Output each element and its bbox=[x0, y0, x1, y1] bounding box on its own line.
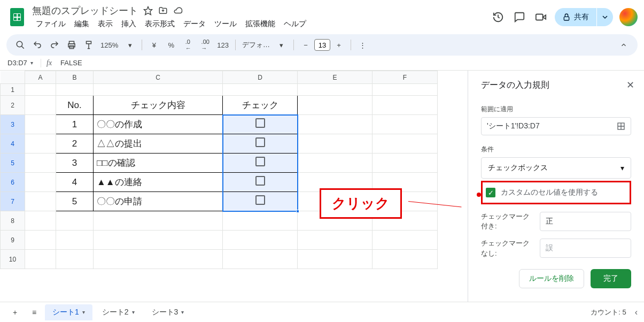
row-header-6[interactable]: 6 bbox=[1, 173, 25, 192]
table-row[interactable]: 3 bbox=[56, 154, 94, 173]
more-toolbar-icon[interactable]: ⋮ bbox=[355, 37, 370, 52]
collapse-toolbar-icon[interactable] bbox=[616, 37, 631, 52]
tab-dropdown-icon[interactable]: ▾ bbox=[132, 309, 135, 315]
row-header-4[interactable]: 4 bbox=[1, 134, 25, 154]
add-sheet-button[interactable]: + bbox=[6, 304, 24, 321]
grid-select-icon[interactable] bbox=[617, 122, 625, 131]
done-button[interactable]: 完了 bbox=[591, 269, 631, 288]
star-icon[interactable] bbox=[143, 6, 153, 16]
col-header-c[interactable]: C bbox=[94, 71, 223, 84]
range-input-wrap[interactable] bbox=[481, 117, 631, 135]
checked-value-input[interactable]: 正 bbox=[540, 212, 631, 231]
checkbox-icon[interactable] bbox=[255, 176, 265, 186]
share-dropdown[interactable] bbox=[597, 8, 613, 26]
menu-format[interactable]: 表示形式 bbox=[141, 18, 179, 30]
increase-decimal-button[interactable]: .00→ bbox=[198, 37, 213, 52]
menu-edit[interactable]: 編集 bbox=[71, 18, 93, 30]
checkbox-icon[interactable] bbox=[255, 137, 265, 147]
tab-dropdown-icon[interactable]: ▾ bbox=[82, 309, 85, 315]
menu-help[interactable]: ヘルプ bbox=[280, 18, 310, 30]
menu-insert[interactable]: 挿入 bbox=[118, 18, 140, 30]
menu-tools[interactable]: ツール bbox=[211, 18, 240, 30]
checked-checkbox-icon[interactable]: ✓ bbox=[486, 188, 495, 197]
row-header-10[interactable]: 10 bbox=[1, 250, 25, 269]
redo-icon[interactable] bbox=[47, 37, 62, 52]
checkbox-icon[interactable] bbox=[255, 118, 265, 128]
app-logo[interactable] bbox=[6, 6, 28, 28]
row-header-9[interactable]: 9 bbox=[1, 231, 25, 250]
format-123-button[interactable]: 123 bbox=[215, 37, 231, 52]
row-header-3[interactable]: 3 bbox=[1, 115, 25, 134]
col-header-a[interactable]: A bbox=[25, 71, 56, 84]
avatar[interactable] bbox=[619, 8, 638, 26]
menu-view[interactable]: 表示 bbox=[94, 18, 117, 30]
checkbox-icon[interactable] bbox=[255, 157, 265, 166]
close-icon[interactable]: ✕ bbox=[626, 79, 634, 91]
font-size-plus[interactable]: + bbox=[331, 37, 346, 52]
row-header-2[interactable]: 2 bbox=[1, 96, 25, 115]
col-header-f[interactable]: F bbox=[373, 71, 438, 84]
menu-file[interactable]: ファイル bbox=[32, 18, 69, 30]
paint-format-icon[interactable] bbox=[81, 37, 96, 52]
explore-chevron-icon[interactable]: ‹ bbox=[635, 308, 638, 317]
delete-rule-button[interactable]: ルールを削除 bbox=[519, 269, 584, 288]
table-row[interactable]: 5 bbox=[56, 192, 94, 211]
decrease-decimal-button[interactable]: .0← bbox=[181, 37, 196, 52]
custom-cell-value-checkbox-row[interactable]: ✓ カスタムのセル値を使用する bbox=[481, 181, 631, 204]
table-row[interactable]: ▲▲の連絡 bbox=[94, 173, 223, 192]
selection-handle[interactable] bbox=[296, 210, 299, 213]
table-row[interactable]: 4 bbox=[56, 173, 94, 192]
col-header-e[interactable]: E bbox=[298, 71, 373, 84]
table-row[interactable]: □□の確認 bbox=[94, 154, 223, 173]
sheet-tab-2[interactable]: シート2 ▾ bbox=[95, 304, 142, 320]
zoom-dropdown-icon[interactable]: ▾ bbox=[122, 37, 137, 52]
condition-select[interactable]: チェックボックス ▾ bbox=[481, 157, 631, 179]
menu-data[interactable]: データ bbox=[180, 18, 210, 30]
cloud-icon[interactable] bbox=[173, 6, 183, 16]
font-size-input[interactable] bbox=[314, 39, 330, 51]
tab-dropdown-icon[interactable]: ▾ bbox=[181, 309, 184, 315]
table-header-check[interactable]: チェック bbox=[223, 96, 298, 115]
checkbox-cell[interactable] bbox=[223, 134, 298, 154]
row-header-8[interactable]: 8 bbox=[1, 211, 25, 231]
row-header-5[interactable]: 5 bbox=[1, 154, 25, 173]
move-folder-icon[interactable] bbox=[158, 6, 168, 16]
all-sheets-button[interactable]: ≡ bbox=[26, 304, 43, 321]
name-box[interactable]: D3:D7 ▾ bbox=[4, 58, 41, 68]
share-button[interactable]: 共有 bbox=[555, 8, 596, 26]
currency-button[interactable]: ¥ bbox=[146, 37, 161, 52]
print-icon[interactable] bbox=[64, 37, 79, 52]
name-box-dropdown-icon[interactable]: ▾ bbox=[30, 60, 33, 66]
checkbox-cell[interactable] bbox=[223, 115, 298, 134]
comment-icon[interactable] bbox=[512, 10, 527, 25]
select-all-corner[interactable] bbox=[1, 71, 25, 84]
table-header-no[interactable]: No. bbox=[56, 96, 94, 115]
menu-extensions[interactable]: 拡張機能 bbox=[242, 18, 279, 30]
font-family-select[interactable]: デフォ… bbox=[240, 37, 272, 52]
history-icon[interactable] bbox=[491, 10, 506, 25]
font-dropdown-icon[interactable]: ▾ bbox=[274, 37, 289, 52]
range-input[interactable] bbox=[487, 122, 612, 131]
table-row[interactable]: 〇〇の作成 bbox=[94, 115, 223, 134]
doc-title[interactable]: 無題のスプレッドシート bbox=[32, 4, 138, 17]
checkbox-icon[interactable] bbox=[255, 195, 265, 205]
checkbox-cell[interactable] bbox=[223, 192, 298, 211]
meet-icon[interactable] bbox=[533, 10, 548, 25]
row-header-7[interactable]: 7 bbox=[1, 192, 25, 211]
checkbox-cell[interactable] bbox=[223, 154, 298, 173]
table-row[interactable]: △△の提出 bbox=[94, 134, 223, 154]
formula-bar[interactable]: FALSE bbox=[57, 59, 82, 67]
table-row[interactable]: 〇〇の申請 bbox=[94, 192, 223, 211]
undo-icon[interactable] bbox=[30, 37, 45, 52]
table-row[interactable]: 2 bbox=[56, 134, 94, 154]
row-header-1[interactable]: 1 bbox=[1, 84, 25, 96]
checkbox-cell[interactable] bbox=[223, 173, 298, 192]
font-size-minus[interactable]: − bbox=[298, 37, 313, 52]
table-header-content[interactable]: チェック内容 bbox=[94, 96, 223, 115]
sheet-tab-3[interactable]: シート3 ▾ bbox=[144, 304, 192, 320]
spreadsheet-grid[interactable]: A B C D E F 1 2 No. チェック内容 チェック 3 bbox=[0, 71, 468, 302]
table-row[interactable]: 1 bbox=[56, 115, 94, 134]
zoom-value[interactable]: 125% bbox=[98, 37, 120, 52]
percent-button[interactable]: % bbox=[164, 37, 179, 52]
unchecked-value-input[interactable]: 誤 bbox=[540, 239, 631, 258]
